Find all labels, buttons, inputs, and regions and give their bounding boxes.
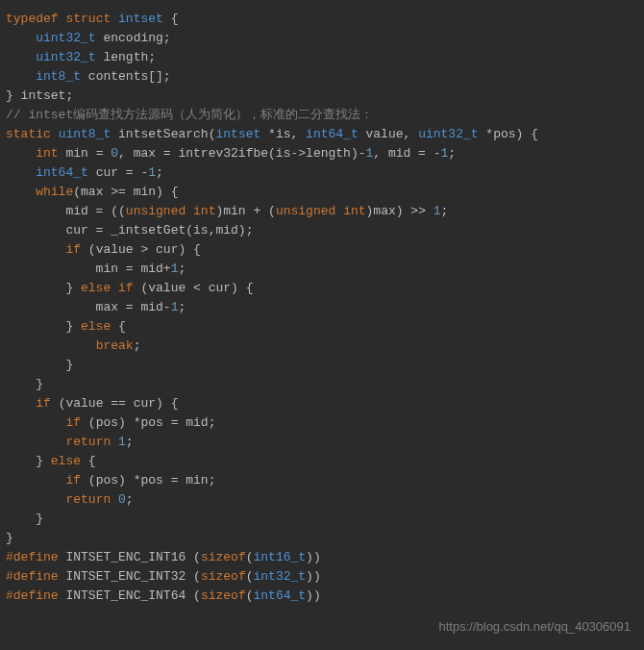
code-line: mid = ((unsigned int)min + (unsigned int… bbox=[6, 202, 644, 221]
code-token: )max) >> bbox=[366, 204, 433, 218]
code-token: ( bbox=[186, 550, 201, 564]
code-line: max = mid-1; bbox=[6, 298, 644, 317]
code-line: // intset编码查找方法源码（人为简化），标准的二分查找法： bbox=[6, 106, 644, 125]
code-token bbox=[6, 50, 36, 64]
code-token: if bbox=[36, 396, 51, 411]
code-line: } bbox=[6, 529, 644, 548]
code-token bbox=[6, 185, 36, 199]
code-line: min = mid+1; bbox=[6, 260, 644, 279]
code-token: (pos) *pos = mid; bbox=[81, 415, 215, 430]
code-token bbox=[335, 204, 343, 218]
code-token: { bbox=[111, 319, 126, 334]
code-token: sizeof bbox=[201, 550, 246, 564]
code-token bbox=[6, 165, 36, 180]
code-token: if bbox=[65, 242, 81, 257]
watermark-text: https://blog.csdn.net/qq_40306091 bbox=[439, 617, 632, 637]
code-token: ( bbox=[246, 569, 254, 584]
code-token: , mid = - bbox=[373, 146, 440, 161]
code-line: uint32_t length; bbox=[6, 48, 644, 67]
code-token: // intset编码查找方法源码（人为简化），标准的二分查找法： bbox=[6, 108, 373, 122]
code-token: int64_t bbox=[254, 588, 307, 603]
code-token bbox=[111, 281, 118, 295]
code-token: define bbox=[13, 569, 59, 584]
code-line: if (pos) *pos = mid; bbox=[6, 413, 644, 433]
code-token: # bbox=[6, 588, 13, 603]
code-token: else bbox=[51, 454, 81, 468]
code-line: } bbox=[6, 510, 644, 529]
code-token: ; bbox=[126, 492, 134, 507]
code-token: uint32_t bbox=[36, 50, 95, 64]
code-token: return bbox=[65, 492, 111, 507]
code-token: )) bbox=[306, 550, 321, 564]
code-line: } else if (value < cur) { bbox=[6, 279, 644, 298]
code-line: int8_t contents[]; bbox=[6, 67, 644, 87]
code-token: )min + ( bbox=[215, 204, 275, 218]
code-token bbox=[186, 204, 193, 218]
code-line: int min = 0, max = intrev32ifbe(is->leng… bbox=[6, 144, 644, 163]
code-token: typedef bbox=[6, 12, 59, 26]
code-line: return 0; bbox=[6, 490, 644, 510]
code-token: while bbox=[36, 185, 73, 199]
code-token: intset bbox=[215, 127, 260, 141]
code-token: encoding; bbox=[96, 31, 171, 45]
code-token: } bbox=[6, 281, 81, 295]
code-token: else bbox=[81, 281, 111, 295]
code-token: INTSET_ENC_INT64 bbox=[65, 588, 186, 603]
code-token: ; bbox=[178, 300, 186, 314]
code-token: } bbox=[6, 454, 51, 468]
code-line: typedef struct intset { bbox=[6, 10, 644, 29]
code-line: } intset; bbox=[6, 87, 644, 106]
code-token: (pos) *pos = min; bbox=[81, 473, 215, 488]
code-token: 0 bbox=[118, 492, 126, 507]
code-token: int bbox=[193, 204, 215, 218]
code-token: int16_t bbox=[254, 550, 307, 564]
code-token: break bbox=[96, 338, 134, 353]
code-token: intsetSearch bbox=[118, 127, 209, 141]
code-line: uint32_t encoding; bbox=[6, 29, 644, 48]
code-token: { bbox=[81, 454, 96, 468]
code-line: #define INTSET_ENC_INT16 (sizeof(int16_t… bbox=[6, 548, 644, 567]
code-token bbox=[6, 473, 65, 488]
code-token: contents[]; bbox=[81, 69, 171, 84]
code-token: sizeof bbox=[201, 588, 246, 603]
code-line: if (value > cur) { bbox=[6, 240, 644, 260]
code-token: max = mid- bbox=[6, 300, 171, 314]
code-token: , max = intrev32ifbe(is->length)- bbox=[118, 146, 365, 161]
code-token: )) bbox=[306, 569, 321, 584]
code-token: define bbox=[13, 588, 59, 603]
code-token: (value < cur) { bbox=[134, 281, 254, 295]
code-line: int64_t cur = -1; bbox=[6, 163, 644, 183]
code-token: ; bbox=[156, 165, 163, 180]
code-token: } intset; bbox=[6, 88, 73, 103]
code-token: uint8_t bbox=[59, 127, 111, 141]
code-block: typedef struct intset { uint32_t encodin… bbox=[0, 0, 644, 606]
code-token: INTSET_ENC_INT16 bbox=[65, 550, 186, 564]
code-token: ( bbox=[246, 588, 254, 603]
code-token: uint32_t bbox=[36, 31, 95, 45]
code-token: 1 bbox=[118, 435, 126, 449]
code-token bbox=[6, 242, 65, 257]
code-token: *is, bbox=[260, 127, 306, 141]
code-line: #define INTSET_ENC_INT32 (sizeof(int32_t… bbox=[6, 567, 644, 587]
code-token: else bbox=[81, 319, 111, 334]
code-line: break; bbox=[6, 337, 644, 356]
code-line: } bbox=[6, 356, 644, 375]
code-token: (value == cur) { bbox=[51, 396, 179, 411]
code-token bbox=[111, 127, 118, 141]
code-token: )) bbox=[306, 588, 321, 603]
code-token: ( bbox=[246, 550, 254, 564]
code-token: return bbox=[65, 435, 111, 449]
code-token: *pos) { bbox=[479, 127, 538, 141]
code-token: ( bbox=[186, 588, 201, 603]
code-token: struct bbox=[65, 12, 111, 26]
code-line: } else { bbox=[6, 317, 644, 337]
code-token: 1 bbox=[433, 204, 441, 218]
code-token: unsigned bbox=[126, 204, 186, 218]
code-token bbox=[6, 492, 65, 507]
code-token: int8_t bbox=[36, 69, 81, 84]
code-token: mid = (( bbox=[6, 204, 126, 218]
code-token bbox=[51, 127, 59, 141]
code-token: int64_t bbox=[306, 127, 359, 141]
code-token bbox=[111, 492, 118, 507]
code-token bbox=[6, 415, 65, 430]
